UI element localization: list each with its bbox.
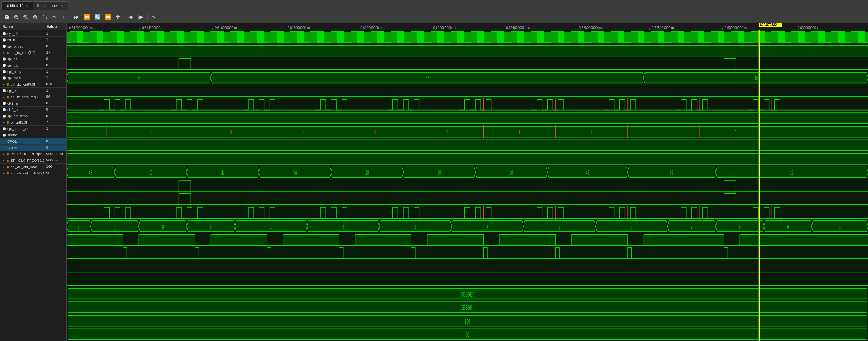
expand-arrow-icon[interactable]: ▶ — [3, 121, 5, 124]
expand-button[interactable] — [41, 14, 49, 21]
signal-row[interactable]: ⬛CPHA0 — [0, 145, 66, 151]
svg-text:36: 36 — [137, 75, 141, 82]
svg-text:0: 0 — [230, 129, 232, 136]
signal-value-label: 1 — [44, 89, 66, 93]
expand-arrow-icon[interactable]: ▶ — [3, 165, 5, 168]
zoom-in-button[interactable] — [22, 14, 30, 21]
time-label: 0.624000000 ms — [506, 26, 530, 30]
svg-rect-13 — [67, 45, 868, 56]
signal-rows: 🕐sys_clk1🕐rst_n1🕐spi_tx_req0▶▦spi_tx_dat… — [0, 30, 66, 341]
mirror-button[interactable]: ↔ — [59, 13, 67, 21]
signal-row[interactable]: ▶▦SYS_CLK_FREQ[31:0]50000000 — [0, 151, 66, 157]
tab-untitled[interactable]: Untitled 1* ✕ — [1, 1, 33, 10]
ruler-tick — [212, 28, 213, 30]
signal-row[interactable]: 🕐spi_strobe_en1 — [0, 126, 66, 132]
svg-rect-553 — [195, 234, 211, 245]
waveform-area[interactable]: 629.870832 ns 0.612000000 ms0.614000000 … — [67, 23, 868, 341]
clock-icon: 🕐 — [3, 102, 6, 105]
toolbar: ✂ ↔ ⏮ ⏪ 🔄 ⏩ ✚ ◀| |▶ ⤡ — [0, 11, 868, 23]
signal-value-label: 500000 — [44, 158, 66, 162]
expand-arrow-icon[interactable]: ▶ — [3, 51, 5, 54]
svg-text:4: 4 — [486, 223, 488, 231]
svg-text:7: 7 — [691, 223, 692, 231]
signal-row[interactable]: ▶▦spi_clk_cnt_max[9:0]100 — [0, 164, 66, 170]
signal-value-label: 1 — [44, 76, 66, 80]
signal-name-label: ▶▦spi_tx_data_reg[7:0] — [0, 95, 44, 99]
tab-tb-spi[interactable]: tb_spi_top.v ✕ — [33, 1, 68, 10]
svg-rect-295 — [67, 179, 868, 193]
signal-value-label: 0 — [44, 107, 66, 112]
time-label: 0.622000000 ms — [433, 26, 457, 30]
svg-text:5: 5 — [559, 223, 560, 231]
expand-arrow-icon[interactable]: ▶ — [3, 172, 5, 175]
tab-tb-spi-label: tb_spi_top.v — [37, 3, 58, 8]
signal-value-label: 0 — [44, 101, 66, 105]
svg-rect-556 — [411, 234, 427, 245]
signal-value-label: 0 — [44, 146, 66, 150]
signal-row[interactable]: 🕐spi_tx_req0 — [0, 43, 66, 49]
svg-text:94: 94 — [293, 169, 297, 177]
time-label: 0.618000000 ms — [288, 26, 311, 30]
signal-value-label: 0 — [44, 63, 66, 67]
signal-row[interactable]: 🕐spi_busy1 — [0, 69, 66, 75]
expand-arrow-icon[interactable]: ▶ — [3, 96, 5, 99]
waveform-canvas[interactable]: 3637380010010100254a942850a0408026678012… — [67, 30, 868, 341]
signal-value-label: 0 — [44, 57, 66, 61]
svg-text:26: 26 — [790, 169, 794, 177]
refresh-button[interactable]: 🔄 — [93, 13, 102, 21]
signal-row[interactable]: ▶▦SPI_CLK_FREQ[31:0]500000 — [0, 157, 66, 164]
signal-row[interactable]: 🕐spi_mosi1 — [0, 75, 66, 81]
signal-row[interactable]: ▶▦tx_cnt[3:0]7 — [0, 119, 66, 126]
signal-name-label: ⬛CPHA — [0, 146, 44, 150]
save-button[interactable] — [3, 14, 11, 21]
signal-row[interactable]: 🕐spi_cs0 — [0, 56, 66, 62]
prev-edge-button[interactable]: ◀| — [127, 13, 135, 21]
signal-row[interactable]: ▶▦clk_div_cnt[9:0]02a — [0, 81, 66, 88]
signal-row[interactable]: 🕐spi_clk0 — [0, 62, 66, 69]
svg-rect-557 — [483, 234, 499, 245]
clock-icon: 🕐 — [3, 76, 6, 80]
reg-icon: ⬛ — [3, 140, 6, 143]
signal-row[interactable]: ▶▦spi_clk_cnt..._div2[9:0]50 — [0, 170, 66, 176]
rewind-button[interactable]: ⏮ — [72, 13, 81, 21]
time-label: 0.612000000 ms — [69, 26, 93, 30]
expand-arrow-icon[interactable]: ▶ — [3, 83, 5, 86]
time-label: 0.632000000 ms — [798, 26, 821, 30]
svg-text:0: 0 — [446, 129, 448, 136]
signal-row[interactable]: 🕐clk1_en0 — [0, 100, 66, 107]
signal-row[interactable]: 🕐spi_clk_temp0 — [0, 113, 66, 119]
tab-untitled-close[interactable]: ✕ — [25, 4, 29, 8]
add-marker-button[interactable]: ✚ — [114, 13, 122, 21]
signal-row[interactable]: 🕐clk2_en0 — [0, 107, 66, 113]
svg-text:50: 50 — [437, 169, 441, 177]
signal-name-label: 🕐spi_tx_req — [0, 44, 44, 48]
next-edge-button[interactable]: |▶ — [136, 13, 145, 21]
cut-button[interactable]: ✂ — [50, 13, 58, 21]
signal-name-label: 🕐spi_clk_temp — [0, 114, 44, 118]
signal-value-label: 0 — [44, 114, 66, 118]
signal-row[interactable]: 🕐rst_n1 — [0, 37, 66, 43]
signal-row[interactable]: ⬛CPOL0 — [0, 138, 66, 145]
signal-row[interactable]: ▶▦spi_tx_data[7:0]37 — [0, 49, 66, 56]
step-fwd-button[interactable]: ⏩ — [103, 13, 113, 21]
zoom-out-button[interactable] — [31, 14, 39, 21]
tab-tb-spi-close[interactable]: ✕ — [60, 4, 64, 8]
signal-row[interactable]: 🕐strobe — [0, 132, 66, 138]
zoom-full-button[interactable]: ⤡ — [150, 13, 157, 21]
time-ruler: 629.870832 ns 0.612000000 ms0.614000000 … — [67, 23, 868, 30]
step-back-button[interactable]: ⏪ — [82, 13, 91, 21]
zoom-fit-button[interactable] — [12, 14, 20, 21]
signal-row[interactable]: ▶▦spi_tx_data_reg[7:0]80 — [0, 94, 66, 100]
clock-icon: 🕐 — [3, 114, 6, 118]
ruler-tick — [358, 28, 359, 30]
signal-name-label: 🕐spi_mosi — [0, 76, 44, 80]
svg-text:500000: 500000 — [462, 304, 472, 311]
clock-icon: 🕐 — [3, 58, 6, 61]
signal-row[interactable]: 🕐spi_en1 — [0, 88, 66, 94]
ruler-tick — [285, 28, 285, 30]
expand-arrow-icon[interactable]: ▶ — [3, 159, 5, 162]
signal-name-label: 🕐spi_strobe_en — [0, 127, 44, 131]
expand-arrow-icon[interactable]: ▶ — [3, 152, 5, 156]
signal-row[interactable]: 🕐sys_clk1 — [0, 30, 66, 37]
svg-text:1: 1 — [302, 129, 304, 136]
